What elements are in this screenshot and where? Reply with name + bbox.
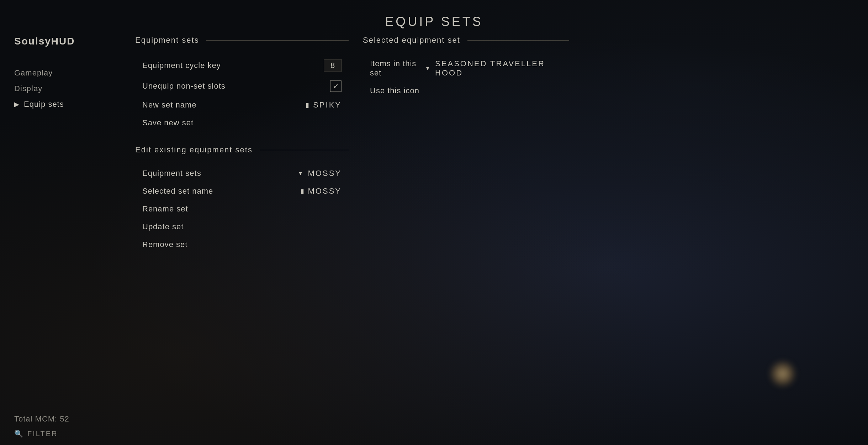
filter-bar[interactable]: 🔍 FILTER (14, 429, 58, 438)
remove-set-button[interactable]: Remove set (142, 240, 187, 249)
sidebar-item-label-gameplay: Gameplay (14, 68, 53, 78)
edit-section-title: Edit existing equipment sets (135, 145, 253, 155)
footer: Total MCM: 52 (14, 414, 69, 424)
edit-equipment-sets-dropdown[interactable]: ▼ MOSSY (298, 169, 342, 178)
selected-set-name-input[interactable]: ▮ MOSSY (301, 187, 342, 196)
equipment-sets-header: Equipment sets (135, 36, 349, 45)
dropdown-arrow-icon: ▼ (298, 170, 305, 177)
remove-set-row: Remove set (135, 236, 349, 253)
filter-icon: 🔍 (14, 429, 23, 438)
save-new-set-button[interactable]: Save new set (142, 118, 194, 127)
edit-section: Edit existing equipment sets Equipment s… (135, 145, 349, 253)
unequip-non-set-row: Unequip non-set slots ✓ (135, 77, 349, 95)
selected-set-name-row: Selected set name ▮ MOSSY (135, 183, 349, 199)
new-set-name-input[interactable]: ▮ SPIKY (306, 100, 342, 110)
selected-set-name-value: MOSSY (308, 187, 342, 196)
items-in-set-value: SEASONED TRAVELLER HOOD (435, 59, 562, 78)
new-set-name-label: New set name (142, 100, 197, 110)
cursor-icon-2: ▮ (301, 187, 305, 195)
edit-section-divider (260, 150, 349, 150)
sidebar: SoulsyHUD Gameplay Display ▶ Equip sets (14, 36, 92, 109)
sidebar-item-gameplay[interactable]: Gameplay (14, 68, 92, 78)
unequip-non-set-label: Unequip non-set slots (142, 82, 226, 91)
update-set-row: Update set (135, 219, 349, 235)
items-in-set-dropdown[interactable]: ▼ SEASONED TRAVELLER HOOD (425, 59, 562, 78)
items-in-set-label: Items in this set (370, 59, 425, 78)
sidebar-item-equip-sets[interactable]: ▶ Equip sets (14, 100, 92, 109)
edit-equipment-sets-row: Equipment sets ▼ MOSSY (135, 165, 349, 182)
page-title: EQUIP SETS (385, 14, 483, 29)
edit-equipment-sets-label: Equipment sets (142, 169, 201, 178)
new-set-name-value: SPIKY (313, 100, 342, 110)
sidebar-nav: Gameplay Display ▶ Equip sets (14, 68, 92, 109)
right-panel: Selected equipment set Items in this set… (363, 36, 569, 100)
cursor-icon: ▮ (306, 101, 310, 109)
filter-label: FILTER (27, 430, 58, 438)
equipment-cycle-key-row: Equipment cycle key 8 (135, 56, 349, 75)
unequip-non-set-checkbox[interactable]: ✓ (330, 80, 342, 92)
selected-set-header: Selected equipment set (363, 36, 569, 45)
total-mcm-label: Total MCM: 52 (14, 414, 69, 424)
sidebar-item-display[interactable]: Display (14, 84, 92, 93)
edit-equipment-sets-value: MOSSY (308, 169, 342, 178)
use-this-icon-row: Use this icon (363, 83, 569, 99)
rename-set-button[interactable]: Rename set (142, 204, 188, 213)
sidebar-item-label-display: Display (14, 84, 42, 93)
new-set-name-row: New set name ▮ SPIKY (135, 97, 349, 113)
update-set-button[interactable]: Update set (142, 222, 184, 231)
selected-set-name-label: Selected set name (142, 187, 213, 196)
decorative-orb (768, 360, 797, 388)
selected-set-title: Selected equipment set (363, 36, 460, 45)
edit-section-header: Edit existing equipment sets (135, 145, 349, 155)
sidebar-logo: SoulsyHUD (14, 36, 92, 47)
use-this-icon-button[interactable]: Use this icon (370, 86, 419, 95)
equipment-sets-section: Equipment sets Equipment cycle key 8 Une… (135, 36, 349, 131)
equipment-cycle-key-value[interactable]: 8 (324, 59, 342, 72)
items-in-set-row: Items in this set ▼ SEASONED TRAVELLER H… (363, 56, 569, 81)
sidebar-active-arrow: ▶ (14, 100, 20, 108)
main-content: Equipment sets Equipment cycle key 8 Une… (135, 36, 349, 254)
equipment-sets-title: Equipment sets (135, 36, 199, 45)
sidebar-item-label-equip-sets: Equip sets (24, 100, 64, 109)
rename-set-row: Rename set (135, 201, 349, 217)
equipment-sets-divider (206, 40, 349, 41)
selected-set-divider (467, 40, 569, 41)
equipment-cycle-key-label: Equipment cycle key (142, 61, 221, 70)
items-dropdown-arrow-icon: ▼ (425, 65, 432, 72)
save-new-set-row: Save new set (135, 115, 349, 131)
